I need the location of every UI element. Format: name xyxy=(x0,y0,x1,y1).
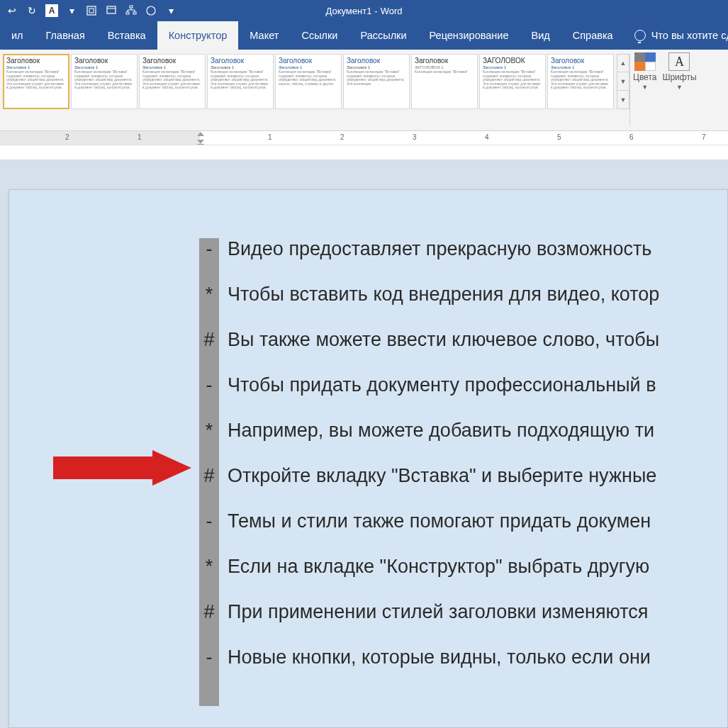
colors-icon xyxy=(634,52,656,71)
ruler-number: 7 xyxy=(702,133,706,141)
ribbon: ЗаголовокЗаголовок 1Коллекция на вкладке… xyxy=(0,50,728,131)
document-line[interactable]: #При применении стилей заголовки изменяю… xyxy=(199,601,727,623)
bullet-marker: - xyxy=(199,510,219,532)
tab-references[interactable]: Ссылки xyxy=(290,21,349,50)
title-separator: - xyxy=(374,6,377,16)
ribbon-tabs: ил Главная Вставка Конструктор Макет Ссы… xyxy=(0,21,728,50)
touch-mode-icon[interactable] xyxy=(85,4,98,17)
fonts-label: Шрифты xyxy=(662,72,696,82)
quick-access-toolbar: ↩ ↻ А ▾ ▾ xyxy=(0,4,177,17)
gallery-item[interactable]: ЗаголовокЗаголовок 1Коллекция на вкладке… xyxy=(71,54,138,109)
tab-file[interactable]: ил xyxy=(0,21,35,50)
svg-rect-0 xyxy=(87,6,96,15)
horizontal-ruler[interactable]: 32112345678 xyxy=(0,131,728,145)
ruler-number: 1 xyxy=(138,133,142,141)
svg-rect-2 xyxy=(107,6,116,13)
fonts-group[interactable]: А Шрифты ▼ xyxy=(659,50,699,130)
bullet-marker: * xyxy=(199,284,219,306)
line-text: Чтобы придать документу профессиональный… xyxy=(219,374,656,396)
gallery-item[interactable]: ЗаголовокЗаголовок 1Коллекция на вкладке… xyxy=(275,54,342,109)
gallery-scroll-up[interactable]: ▲ xyxy=(617,54,629,72)
line-text: Вы также можете ввести ключевое слово, ч… xyxy=(219,329,659,351)
document-line[interactable]: *Чтобы вставить код внедрения для видео,… xyxy=(199,284,727,306)
window-icon[interactable] xyxy=(105,4,118,17)
gallery-item[interactable]: ЗаголовокЗаголовок 1Коллекция на вкладке… xyxy=(3,54,69,109)
svg-rect-5 xyxy=(126,12,129,14)
ruler-left-margin xyxy=(0,131,200,145)
title-bar: ↩ ↻ А ▾ ▾ Документ1 - Word xyxy=(0,0,728,21)
ruler-number: 2 xyxy=(340,133,345,141)
gallery-item[interactable]: ЗаголовокЗаголовок 1Коллекция на вкладке… xyxy=(547,54,614,109)
qat-customize-icon[interactable]: ▾ xyxy=(164,4,177,17)
bullet-marker: # xyxy=(199,601,219,623)
ruler-number: 6 xyxy=(629,133,634,141)
ruler-number: 1 xyxy=(268,133,272,141)
document-line[interactable]: #Вы также можете ввести ключевое слово, … xyxy=(199,329,727,351)
svg-rect-6 xyxy=(133,12,136,14)
bullet-marker: - xyxy=(199,238,219,260)
document-line[interactable]: -Чтобы придать документу профессиональны… xyxy=(199,374,727,396)
tab-view[interactable]: Вид xyxy=(520,21,561,50)
document-line[interactable]: *Например, вы можете добавить подходящую… xyxy=(199,420,727,442)
gallery-scroll: ▲ ▼ ▼ xyxy=(617,54,629,130)
tab-review[interactable]: Рецензирование xyxy=(418,21,520,50)
line-text: Новые кнопки, которые видны, только если… xyxy=(219,646,651,668)
circle-icon[interactable] xyxy=(145,4,157,17)
tab-help[interactable]: Справка xyxy=(561,21,625,50)
colors-label: Цвета xyxy=(633,72,656,82)
gallery-scroll-down[interactable]: ▼ xyxy=(617,72,629,91)
chevron-down-icon: ▼ xyxy=(642,84,648,91)
line-text: При применении стилей заголовки изменяют… xyxy=(219,601,648,623)
bullet-marker: # xyxy=(199,465,219,487)
ruler-number: 2 xyxy=(65,133,69,141)
window-title: Документ1 - Word xyxy=(325,6,402,16)
app-name: Word xyxy=(381,6,403,16)
font-box[interactable]: А xyxy=(45,4,58,17)
fonts-icon: А xyxy=(668,52,690,71)
line-text: Темы и стили также помогают придать доку… xyxy=(219,510,651,532)
tell-me-text: Что вы хотите сде xyxy=(651,30,728,41)
colors-group[interactable]: Цвета ▼ xyxy=(630,50,659,130)
tab-mailings[interactable]: Рассылки xyxy=(349,21,418,50)
document-line[interactable]: #Откройте вкладку "Вставка" и выберите н… xyxy=(199,465,727,487)
bullet-marker: # xyxy=(199,329,219,351)
tell-me-search[interactable]: Что вы хотите сде xyxy=(625,21,728,50)
document-name: Документ1 xyxy=(325,6,371,16)
gallery-item[interactable]: ЗАГОЛОВОКЗаголовок 1Коллекция на вкладке… xyxy=(479,54,546,109)
document-line[interactable]: *Если на вкладке "Конструктор" выбрать д… xyxy=(199,556,727,578)
document-line[interactable]: -Новые кнопки, которые видны, только есл… xyxy=(199,646,727,668)
qat-dropdown-icon[interactable]: ▾ xyxy=(65,4,78,17)
ruler-number: 5 xyxy=(557,133,561,141)
redo-icon[interactable]: ↻ xyxy=(26,4,38,17)
tab-home[interactable]: Главная xyxy=(35,21,96,50)
line-text: Откройте вкладку "Вставка" и выберите ну… xyxy=(219,465,656,487)
tab-insert[interactable]: Вставка xyxy=(96,21,157,50)
bullet-marker: * xyxy=(199,420,219,442)
gallery-item[interactable]: ЗаголовокЗаголовок 1Коллекция на вкладке… xyxy=(207,54,274,109)
undo-icon[interactable]: ↩ xyxy=(6,4,18,17)
document-area: -Видео предоставляет прекрасную возможно… xyxy=(0,159,728,728)
tab-design[interactable]: Конструктор xyxy=(157,21,239,50)
gallery-item[interactable]: ЗаголовокЗаголовок 1Коллекция на вкладке… xyxy=(139,54,206,109)
svg-rect-1 xyxy=(89,9,94,13)
ruler-number: 4 xyxy=(485,133,489,141)
svg-rect-4 xyxy=(130,6,133,8)
line-text: Чтобы вставить код внедрения для видео, … xyxy=(219,284,659,306)
gallery-item[interactable]: ЗаголовокЗАГОЛОВОК 1Коллекция на вкладке… xyxy=(411,54,478,109)
gallery-item[interactable]: ЗаголовокЗаголовок 1Коллекция на вкладке… xyxy=(343,54,410,109)
bullet-marker: - xyxy=(199,374,219,396)
org-chart-icon[interactable] xyxy=(125,4,138,17)
line-text: Если на вкладке "Конструктор" выбрать др… xyxy=(219,556,649,578)
line-text: Видео предоставляет прекрасную возможнос… xyxy=(219,238,651,260)
bulb-icon xyxy=(634,30,646,41)
bullet-marker: * xyxy=(199,556,219,578)
document-line[interactable]: -Видео предоставляет прекрасную возможно… xyxy=(199,238,727,260)
line-text: Например, вы можете добавить подходящую … xyxy=(219,420,654,442)
chevron-down-icon: ▼ xyxy=(676,84,683,91)
svg-point-11 xyxy=(147,6,155,15)
gallery-expand[interactable]: ▼ xyxy=(617,91,629,109)
tab-layout[interactable]: Макет xyxy=(238,21,290,50)
indent-marker[interactable] xyxy=(197,131,206,144)
ruler-number: 3 xyxy=(413,133,417,141)
document-line[interactable]: -Темы и стили также помогают придать док… xyxy=(199,510,727,532)
